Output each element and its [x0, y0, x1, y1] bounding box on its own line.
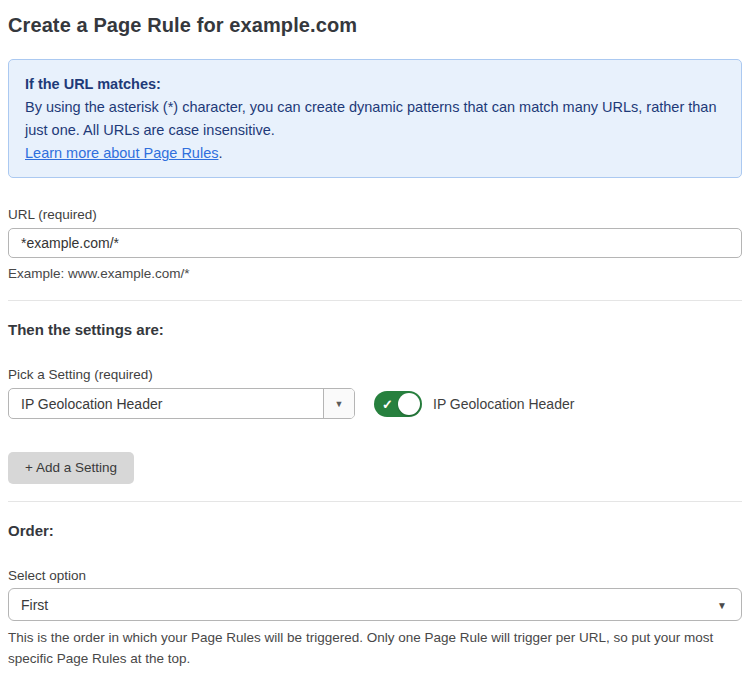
ip-geolocation-toggle[interactable]: ✓	[374, 391, 422, 417]
info-box-link-line: Learn more about Page Rules.	[25, 142, 725, 165]
toggle-label: IP Geolocation Header	[433, 396, 574, 412]
settings-section-heading: Then the settings are:	[8, 321, 742, 338]
check-icon: ✓	[382, 397, 393, 410]
page-title: Create a Page Rule for example.com	[8, 13, 742, 37]
section-divider	[8, 300, 742, 301]
setting-picker-value: IP Geolocation Header	[9, 389, 323, 418]
info-box-heading: If the URL matches:	[25, 73, 725, 96]
url-input[interactable]	[8, 228, 742, 258]
chevron-down-icon: ▼	[717, 599, 727, 610]
setting-picker-dropdown[interactable]: IP Geolocation Header ▼	[8, 388, 355, 419]
page-rules-learn-more-link[interactable]: Learn more about Page Rules	[25, 145, 218, 161]
order-helper-text: This is the order in which your Page Rul…	[8, 627, 728, 669]
url-example-helper: Example: www.example.com/*	[8, 265, 742, 282]
url-match-info-box: If the URL matches: By using the asteris…	[8, 59, 742, 178]
add-setting-button[interactable]: + Add a Setting	[8, 452, 134, 484]
order-select[interactable]: First ▼	[8, 588, 742, 621]
create-page-rule-form: Create a Page Rule for example.com If th…	[0, 0, 750, 687]
order-select-label: Select option	[8, 568, 742, 583]
section-divider	[8, 501, 742, 502]
order-select-value: First	[21, 597, 48, 613]
setting-row: IP Geolocation Header ▼ ✓ IP Geolocation…	[8, 388, 742, 419]
order-section-heading: Order:	[8, 522, 742, 539]
link-period: .	[218, 145, 222, 161]
pick-setting-label: Pick a Setting (required)	[8, 367, 742, 382]
chevron-down-icon[interactable]: ▼	[323, 389, 354, 418]
toggle-knob	[398, 393, 420, 415]
info-box-body: By using the asterisk (*) character, you…	[25, 96, 725, 142]
url-field-label: URL (required)	[8, 207, 742, 222]
